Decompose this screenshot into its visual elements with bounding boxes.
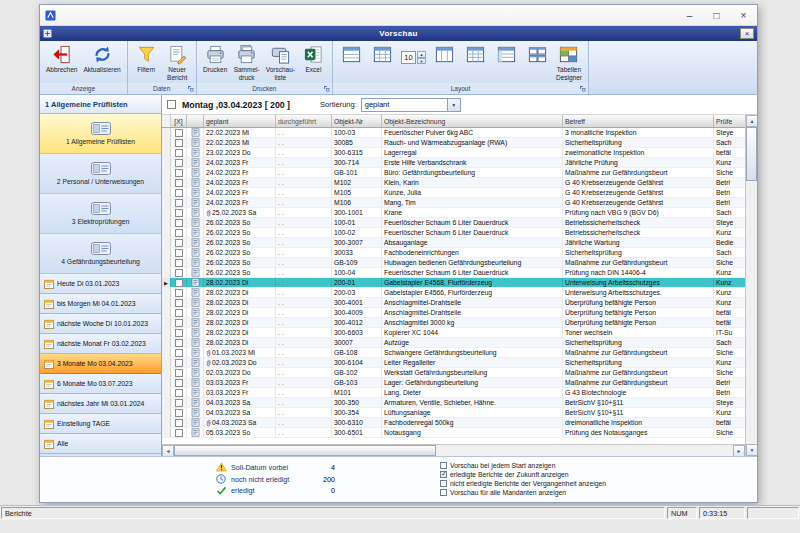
row-checkbox[interactable]: [175, 179, 183, 187]
horizontal-scroll-track[interactable]: [436, 445, 733, 456]
row-checkbox[interactable]: [175, 279, 183, 287]
table-row[interactable]: 04.03.2023 Sa. .300-6310Fachbodenregal 5…: [162, 418, 745, 428]
row-checkbox[interactable]: [175, 239, 183, 247]
column-header-geplant[interactable]: geplant: [204, 115, 276, 127]
row-checkbox[interactable]: [175, 229, 183, 237]
row-checkbox[interactable]: [175, 129, 183, 137]
table-row[interactable]: 22.02.2023 Mi. .100-03Feuerlöscher Pulve…: [162, 128, 745, 138]
table-row[interactable]: 26.02.2023 So. .300-3007AbsauganlageJähr…: [162, 238, 745, 248]
table-row[interactable]: 28.02.2023 Di. .200-03Gabelstapler E4566…: [162, 288, 745, 298]
toolbar-button-abbrechen[interactable]: Abbrechen: [43, 43, 80, 74]
row-checkbox[interactable]: [175, 299, 183, 307]
toolbar-button-excel[interactable]: Excel: [298, 43, 329, 74]
row-checkbox[interactable]: [175, 149, 183, 157]
dialog-launcher-icon[interactable]: [579, 85, 586, 93]
row-checkbox[interactable]: [175, 419, 183, 427]
sort-dropdown[interactable]: geplant ▼: [361, 98, 461, 112]
date-filter-nachste-monat-fr-03022023[interactable]: nächste Monat Fr 03.02.2023: [40, 334, 161, 354]
sidebar-category-1-allgemeine-pruflisten[interactable]: 1 Allgemeine Prüflisten: [40, 114, 161, 154]
option-checkbox[interactable]: [440, 480, 447, 487]
toolbar-button-view-table-icon[interactable]: [367, 43, 398, 65]
table-row[interactable]: 23.02.2023 Do. .300-6315Lagerregalzweimo…: [162, 148, 745, 158]
vertical-scroll-thumb[interactable]: [746, 127, 757, 181]
toolbar-button-view-rows-icon[interactable]: [336, 43, 367, 65]
scroll-left-button[interactable]: ◄: [162, 445, 174, 456]
row-checkbox[interactable]: [175, 139, 183, 147]
option-checkbox[interactable]: [440, 462, 447, 469]
toolbar-button-filtern[interactable]: Filtern: [131, 43, 162, 74]
table-row[interactable]: 26.02.2023 So. .100-01Feuerlöscher Schau…: [162, 218, 745, 228]
column-header-objekt-nr[interactable]: Objekt-Nr: [332, 115, 382, 127]
table-row[interactable]: 24.02.2023 Fr. .M105Kunze, JuliaG 40 Kre…: [162, 188, 745, 198]
row-checkbox[interactable]: [175, 309, 183, 317]
date-filter-alle[interactable]: Alle: [40, 434, 161, 454]
table-row[interactable]: 04.03.2023 Sa. .300-350Armaturen, Ventil…: [162, 398, 745, 408]
row-checkbox[interactable]: [175, 169, 183, 177]
date-filter-3-monate-mo-03042023[interactable]: 3 Monate Mo 03.04.2023: [40, 354, 161, 374]
row-checkbox[interactable]: [175, 199, 183, 207]
scroll-up-button[interactable]: ▲: [746, 115, 757, 127]
row-checkbox[interactable]: [175, 399, 183, 407]
toolbar-button-drucken[interactable]: Drucken: [200, 43, 231, 74]
table-row[interactable]: 28.02.2023 Di. .300-4001Anschlagmittel-D…: [162, 298, 745, 308]
spinner-down-button[interactable]: ▼: [417, 58, 426, 65]
toolbar-button-view-columns-icon[interactable]: [429, 43, 460, 65]
table-row[interactable]: 05.03.2023 So. .300-6501NotausgangPrüfun…: [162, 428, 745, 438]
date-filter-nachste-woche-di-10012023[interactable]: nächste Woche Di 10.01.2023: [40, 314, 161, 334]
table-row[interactable]: 26.02.2023 So. .30033Fachbodeneinrichtun…: [162, 248, 745, 258]
date-filter-bis-morgen-mi-04012023[interactable]: bis Morgen Mi 04.01.2023: [40, 294, 161, 314]
table-row[interactable]: 28.02.2023 Di. .300-6603Kopierer XC 1044…: [162, 328, 745, 338]
table-row[interactable]: ▶28.02.2023 Di. .200-01Gabelstapler E456…: [162, 278, 745, 288]
row-checkbox[interactable]: [175, 289, 183, 297]
table-row[interactable]: 25.02.2023 Sa. .300-1001KranePrüfung nac…: [162, 208, 745, 218]
row-checkbox[interactable]: [175, 379, 183, 387]
sidebar-category-3-elektroprufungen[interactable]: 3 Elektroprüfungen: [40, 194, 161, 234]
date-filter-heute-di-03012023[interactable]: Heute Di 03.01.2023: [40, 274, 161, 294]
table-row[interactable]: 24.02.2023 Fr. .300-714Erste Hilfe Verba…: [162, 158, 745, 168]
scroll-right-button[interactable]: ►: [733, 445, 745, 456]
toolbar-button-view-cards-icon[interactable]: [522, 43, 553, 65]
table-row[interactable]: 24.02.2023 Fr. .GB-101Büro: Gefährdungsb…: [162, 168, 745, 178]
horizontal-scrollbar[interactable]: ◄ ►: [162, 444, 745, 456]
minimize-button[interactable]: –: [676, 5, 703, 25]
table-row[interactable]: 28.02.2023 Di. .300-4012Anschlagmittel 3…: [162, 318, 745, 328]
column-header-betreff[interactable]: Betreff: [563, 115, 714, 127]
toolbar-button-neuer-bericht[interactable]: Neuer Bericht: [162, 43, 193, 81]
select-all-checkbox[interactable]: [167, 100, 176, 109]
row-checkbox[interactable]: [175, 249, 183, 257]
table-row[interactable]: 24.02.2023 Fr. .M106Mang, TimG 40 Krebse…: [162, 198, 745, 208]
column-header-x[interactable]: [X]: [171, 115, 187, 127]
table-row[interactable]: 28.02.2023 Di. .30007AufzügeSicherheitsp…: [162, 338, 745, 348]
toolbar-button-aktualisieren[interactable]: Aktualisieren: [80, 43, 123, 74]
toolbar-button-view-groups-icon[interactable]: [491, 43, 522, 65]
table-row[interactable]: 22.02.2023 Mi. .30085Rauch- und Wärmeabz…: [162, 138, 745, 148]
table-row[interactable]: 01.03.2023 Mi. .GB-108Schwangere Gefährd…: [162, 348, 745, 358]
row-checkbox[interactable]: [175, 319, 183, 327]
table-row[interactable]: 03.03.2023 Fr. .GB-103Lager: Gefährdungs…: [162, 378, 745, 388]
date-filter-einstellung-tage[interactable]: Einstellung TAGE: [40, 414, 161, 434]
date-filter-nachstes-jahr-mi-03012024[interactable]: nächstes Jahr Mi 03.01.2024: [40, 394, 161, 414]
preview-close-button[interactable]: ×: [740, 28, 754, 39]
row-checkbox[interactable]: [175, 359, 183, 367]
column-header-durchgefuhrt[interactable]: durchgeführt: [276, 115, 332, 127]
table-row[interactable]: 26.02.2023 So. .GB-109Hubwagen bedienen …: [162, 258, 745, 268]
vertical-scrollbar[interactable]: ▲ ▼: [745, 115, 757, 456]
sidebar-category-4-gefahrdungsbeurteilung[interactable]: 4 Gefährdungsbeurteilung: [40, 234, 161, 274]
row-checkbox[interactable]: [175, 339, 183, 347]
row-checkbox[interactable]: [175, 209, 183, 217]
row-checkbox[interactable]: [175, 189, 183, 197]
toolbar-button-tabellen-designer[interactable]: Tabellen Designer: [553, 43, 585, 81]
horizontal-scroll-thumb[interactable]: [174, 445, 436, 456]
row-checkbox[interactable]: [175, 219, 183, 227]
row-checkbox[interactable]: [175, 369, 183, 377]
option-checkbox[interactable]: [440, 471, 447, 478]
dialog-launcher-icon[interactable]: [187, 85, 194, 93]
table-row[interactable]: 04.03.2023 Sa. .300-354LüftungsanlageBet…: [162, 408, 745, 418]
table-row[interactable]: 02.03.2023 Do. .300-6104Leiter Regalleit…: [162, 358, 745, 368]
row-checkbox[interactable]: [175, 389, 183, 397]
date-filter-6-monate-mo-03072023[interactable]: 6 Monate Mo 03.07.2023: [40, 374, 161, 394]
row-checkbox[interactable]: [175, 269, 183, 277]
sidebar-category-2-personal-unterweisungen[interactable]: 2 Personal / Unterweisungen: [40, 154, 161, 194]
row-checkbox[interactable]: [175, 349, 183, 357]
row-checkbox[interactable]: [175, 159, 183, 167]
